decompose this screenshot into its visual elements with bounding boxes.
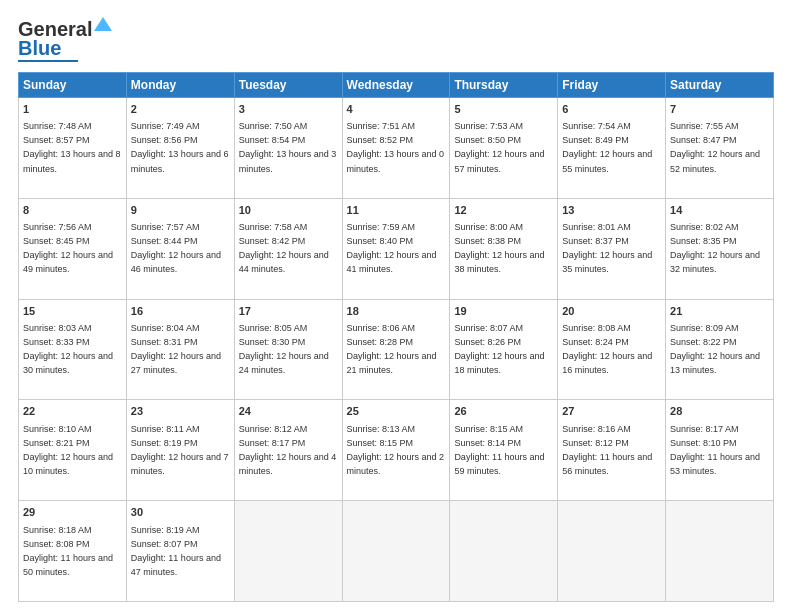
day-number: 7 <box>670 102 769 117</box>
day-info: Sunrise: 8:00 AMSunset: 8:38 PMDaylight:… <box>454 222 544 274</box>
day-header-saturday: Saturday <box>666 73 774 98</box>
day-info: Sunrise: 8:09 AMSunset: 8:22 PMDaylight:… <box>670 323 760 375</box>
calendar-day-cell: 12Sunrise: 8:00 AMSunset: 8:38 PMDayligh… <box>450 198 558 299</box>
day-info: Sunrise: 8:19 AMSunset: 8:07 PMDaylight:… <box>131 525 221 577</box>
calendar-day-cell: 4Sunrise: 7:51 AMSunset: 8:52 PMDaylight… <box>342 98 450 199</box>
day-number: 18 <box>347 304 446 319</box>
day-number: 2 <box>131 102 230 117</box>
calendar-day-cell: 23Sunrise: 8:11 AMSunset: 8:19 PMDayligh… <box>126 400 234 501</box>
day-header-tuesday: Tuesday <box>234 73 342 98</box>
calendar-day-cell: 27Sunrise: 8:16 AMSunset: 8:12 PMDayligh… <box>558 400 666 501</box>
calendar-week-row: 22Sunrise: 8:10 AMSunset: 8:21 PMDayligh… <box>19 400 774 501</box>
day-info: Sunrise: 8:01 AMSunset: 8:37 PMDaylight:… <box>562 222 652 274</box>
day-number: 23 <box>131 404 230 419</box>
calendar-day-cell: 1Sunrise: 7:48 AMSunset: 8:57 PMDaylight… <box>19 98 127 199</box>
day-info: Sunrise: 8:13 AMSunset: 8:15 PMDaylight:… <box>347 424 445 476</box>
day-number: 14 <box>670 203 769 218</box>
calendar-day-cell: 30Sunrise: 8:19 AMSunset: 8:07 PMDayligh… <box>126 501 234 602</box>
calendar-table: SundayMondayTuesdayWednesdayThursdayFrid… <box>18 72 774 602</box>
day-number: 15 <box>23 304 122 319</box>
day-number: 30 <box>131 505 230 520</box>
day-number: 5 <box>454 102 553 117</box>
day-info: Sunrise: 7:57 AMSunset: 8:44 PMDaylight:… <box>131 222 221 274</box>
day-number: 21 <box>670 304 769 319</box>
calendar-day-cell: 15Sunrise: 8:03 AMSunset: 8:33 PMDayligh… <box>19 299 127 400</box>
calendar-day-cell: 22Sunrise: 8:10 AMSunset: 8:21 PMDayligh… <box>19 400 127 501</box>
day-number: 29 <box>23 505 122 520</box>
logo-underline <box>18 60 78 62</box>
day-info: Sunrise: 7:48 AMSunset: 8:57 PMDaylight:… <box>23 121 121 173</box>
calendar-day-cell: 13Sunrise: 8:01 AMSunset: 8:37 PMDayligh… <box>558 198 666 299</box>
calendar-day-cell <box>342 501 450 602</box>
day-number: 4 <box>347 102 446 117</box>
day-info: Sunrise: 7:51 AMSunset: 8:52 PMDaylight:… <box>347 121 445 173</box>
day-info: Sunrise: 8:06 AMSunset: 8:28 PMDaylight:… <box>347 323 437 375</box>
calendar-week-row: 1Sunrise: 7:48 AMSunset: 8:57 PMDaylight… <box>19 98 774 199</box>
calendar-day-cell: 24Sunrise: 8:12 AMSunset: 8:17 PMDayligh… <box>234 400 342 501</box>
day-info: Sunrise: 7:54 AMSunset: 8:49 PMDaylight:… <box>562 121 652 173</box>
calendar-week-row: 15Sunrise: 8:03 AMSunset: 8:33 PMDayligh… <box>19 299 774 400</box>
day-info: Sunrise: 8:12 AMSunset: 8:17 PMDaylight:… <box>239 424 337 476</box>
calendar-header-row: SundayMondayTuesdayWednesdayThursdayFrid… <box>19 73 774 98</box>
calendar-day-cell: 9Sunrise: 7:57 AMSunset: 8:44 PMDaylight… <box>126 198 234 299</box>
day-header-thursday: Thursday <box>450 73 558 98</box>
day-number: 9 <box>131 203 230 218</box>
day-info: Sunrise: 7:59 AMSunset: 8:40 PMDaylight:… <box>347 222 437 274</box>
calendar-day-cell: 20Sunrise: 8:08 AMSunset: 8:24 PMDayligh… <box>558 299 666 400</box>
calendar-day-cell: 21Sunrise: 8:09 AMSunset: 8:22 PMDayligh… <box>666 299 774 400</box>
day-number: 13 <box>562 203 661 218</box>
day-info: Sunrise: 7:53 AMSunset: 8:50 PMDaylight:… <box>454 121 544 173</box>
day-info: Sunrise: 8:02 AMSunset: 8:35 PMDaylight:… <box>670 222 760 274</box>
day-number: 19 <box>454 304 553 319</box>
calendar-day-cell: 19Sunrise: 8:07 AMSunset: 8:26 PMDayligh… <box>450 299 558 400</box>
logo-triangle-icon <box>94 15 112 33</box>
day-number: 17 <box>239 304 338 319</box>
calendar-day-cell: 10Sunrise: 7:58 AMSunset: 8:42 PMDayligh… <box>234 198 342 299</box>
day-number: 25 <box>347 404 446 419</box>
day-info: Sunrise: 8:10 AMSunset: 8:21 PMDaylight:… <box>23 424 113 476</box>
day-info: Sunrise: 8:08 AMSunset: 8:24 PMDaylight:… <box>562 323 652 375</box>
day-number: 22 <box>23 404 122 419</box>
day-header-wednesday: Wednesday <box>342 73 450 98</box>
calendar-day-cell <box>234 501 342 602</box>
calendar-day-cell: 16Sunrise: 8:04 AMSunset: 8:31 PMDayligh… <box>126 299 234 400</box>
page: General Blue SundayMondayTuesdayWednesda… <box>0 0 792 612</box>
day-info: Sunrise: 8:16 AMSunset: 8:12 PMDaylight:… <box>562 424 652 476</box>
day-info: Sunrise: 8:03 AMSunset: 8:33 PMDaylight:… <box>23 323 113 375</box>
day-number: 28 <box>670 404 769 419</box>
calendar-day-cell: 3Sunrise: 7:50 AMSunset: 8:54 PMDaylight… <box>234 98 342 199</box>
logo: General Blue <box>18 18 112 62</box>
calendar-day-cell: 6Sunrise: 7:54 AMSunset: 8:49 PMDaylight… <box>558 98 666 199</box>
day-number: 27 <box>562 404 661 419</box>
day-header-friday: Friday <box>558 73 666 98</box>
logo-blue: Blue <box>18 37 61 59</box>
calendar-day-cell: 25Sunrise: 8:13 AMSunset: 8:15 PMDayligh… <box>342 400 450 501</box>
day-info: Sunrise: 8:15 AMSunset: 8:14 PMDaylight:… <box>454 424 544 476</box>
calendar-day-cell: 17Sunrise: 8:05 AMSunset: 8:30 PMDayligh… <box>234 299 342 400</box>
day-number: 11 <box>347 203 446 218</box>
day-number: 20 <box>562 304 661 319</box>
header: General Blue <box>18 18 774 62</box>
calendar-week-row: 8Sunrise: 7:56 AMSunset: 8:45 PMDaylight… <box>19 198 774 299</box>
day-header-sunday: Sunday <box>19 73 127 98</box>
day-info: Sunrise: 8:17 AMSunset: 8:10 PMDaylight:… <box>670 424 760 476</box>
day-info: Sunrise: 8:11 AMSunset: 8:19 PMDaylight:… <box>131 424 229 476</box>
calendar-day-cell: 29Sunrise: 8:18 AMSunset: 8:08 PMDayligh… <box>19 501 127 602</box>
day-number: 8 <box>23 203 122 218</box>
calendar-day-cell: 5Sunrise: 7:53 AMSunset: 8:50 PMDaylight… <box>450 98 558 199</box>
day-info: Sunrise: 7:49 AMSunset: 8:56 PMDaylight:… <box>131 121 229 173</box>
calendar-day-cell: 18Sunrise: 8:06 AMSunset: 8:28 PMDayligh… <box>342 299 450 400</box>
svg-marker-0 <box>94 17 112 31</box>
day-number: 6 <box>562 102 661 117</box>
calendar-day-cell <box>666 501 774 602</box>
day-info: Sunrise: 8:07 AMSunset: 8:26 PMDaylight:… <box>454 323 544 375</box>
day-header-monday: Monday <box>126 73 234 98</box>
day-number: 10 <box>239 203 338 218</box>
calendar-day-cell: 28Sunrise: 8:17 AMSunset: 8:10 PMDayligh… <box>666 400 774 501</box>
calendar-day-cell <box>450 501 558 602</box>
day-number: 16 <box>131 304 230 319</box>
calendar-day-cell: 2Sunrise: 7:49 AMSunset: 8:56 PMDaylight… <box>126 98 234 199</box>
day-info: Sunrise: 8:04 AMSunset: 8:31 PMDaylight:… <box>131 323 221 375</box>
calendar-day-cell: 11Sunrise: 7:59 AMSunset: 8:40 PMDayligh… <box>342 198 450 299</box>
day-info: Sunrise: 7:56 AMSunset: 8:45 PMDaylight:… <box>23 222 113 274</box>
